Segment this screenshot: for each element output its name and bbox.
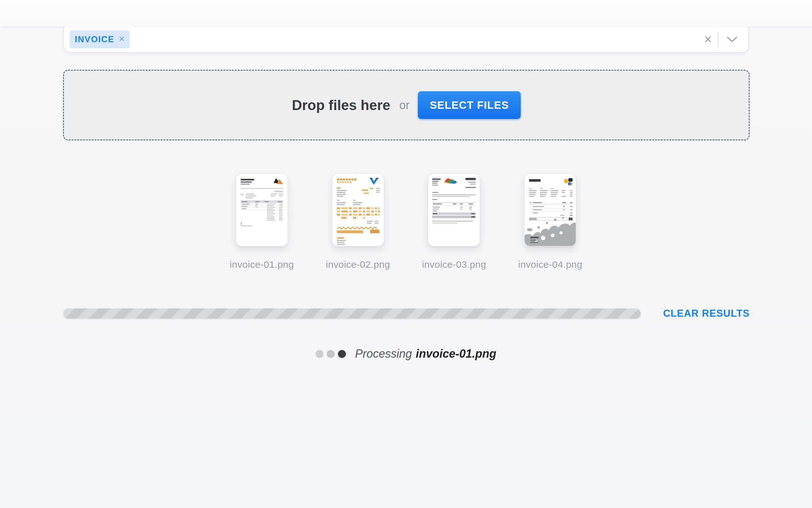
file-name-label: invoice-02.png bbox=[326, 259, 390, 270]
dropzone-or-text: or bbox=[399, 98, 410, 112]
tag-filter-select[interactable]: INVOICE × × bbox=[63, 27, 749, 53]
chevron-down-icon[interactable] bbox=[718, 37, 740, 43]
header-band bbox=[0, 0, 812, 27]
progress-bar bbox=[63, 308, 641, 319]
file-item: invoice-02.png bbox=[326, 174, 390, 270]
spinner-dot bbox=[327, 350, 335, 358]
processing-status-row: Processinginvoice-01.png bbox=[0, 347, 812, 361]
results-progress-row: CLEAR RESULTS bbox=[63, 308, 750, 319]
clear-results-button[interactable]: CLEAR RESULTS bbox=[663, 308, 750, 319]
dropzone-headline: Drop files here bbox=[292, 97, 390, 113]
invoice-03-preview-image bbox=[428, 174, 480, 246]
status-verb: Processing bbox=[355, 347, 412, 360]
file-dropzone[interactable]: Drop files here or SELECT FILES bbox=[63, 70, 750, 140]
file-item: invoice-03.png bbox=[422, 174, 486, 270]
invoice-02-thumbnail[interactable] bbox=[332, 174, 384, 246]
clear-selection-icon[interactable]: × bbox=[698, 33, 718, 46]
invoice-03-thumbnail[interactable] bbox=[428, 174, 480, 246]
invoice-01-preview-image bbox=[236, 174, 288, 246]
invoice-tag-chip[interactable]: INVOICE × bbox=[70, 30, 130, 48]
remove-tag-icon[interactable]: × bbox=[119, 34, 125, 44]
invoice-04-preview-image bbox=[525, 174, 576, 246]
invoice-04-thumbnail[interactable] bbox=[524, 174, 576, 246]
spinner-dot bbox=[316, 350, 324, 358]
invoice-02-preview-image bbox=[332, 174, 384, 246]
file-name-label: invoice-03.png bbox=[422, 259, 486, 270]
status-filename: invoice-01.png bbox=[416, 347, 496, 360]
file-name-label: invoice-04.png bbox=[518, 259, 582, 270]
spinner-dot bbox=[338, 350, 346, 358]
file-item: invoice-01.png bbox=[230, 174, 294, 270]
uploaded-files-row: invoice-01.png bbox=[0, 174, 812, 270]
select-files-button[interactable]: SELECT FILES bbox=[418, 91, 521, 119]
spinner-dots-icon bbox=[316, 350, 346, 358]
tag-label: INVOICE bbox=[75, 35, 114, 44]
file-item: invoice-04.png bbox=[518, 174, 582, 270]
status-text: Processinginvoice-01.png bbox=[355, 347, 496, 361]
invoice-01-thumbnail[interactable] bbox=[236, 174, 288, 246]
file-name-label: invoice-01.png bbox=[230, 259, 294, 270]
